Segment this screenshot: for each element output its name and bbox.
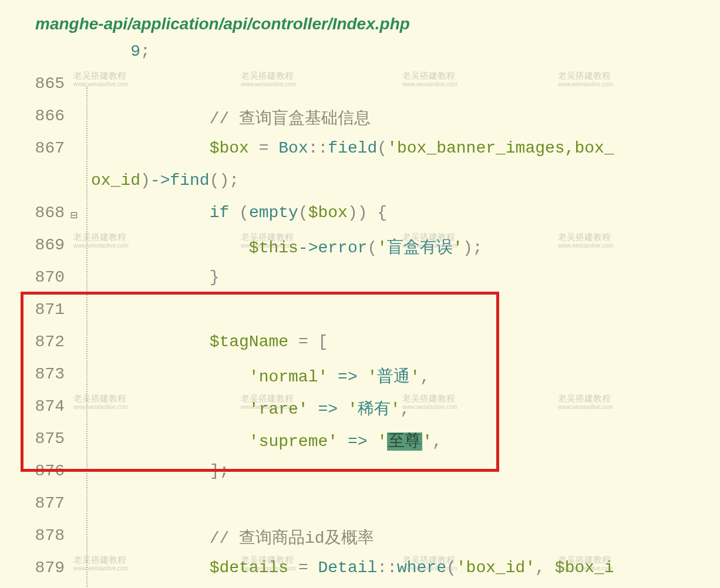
code-editor[interactable]: 9;865866 // 查询盲盒基础信息867 $box = Box::fiel… xyxy=(0,42,720,588)
code-content[interactable]: 9; xyxy=(85,42,150,60)
code-line[interactable]: 9; xyxy=(29,42,720,75)
line-number: 868 xyxy=(29,204,70,222)
code-content[interactable]: if (empty($box)) { xyxy=(85,204,387,222)
code-content[interactable]: 'normal' => '普通', xyxy=(85,365,430,387)
code-content[interactable]: // 查询盲盒基础信息 xyxy=(85,107,371,129)
line-number: 876 xyxy=(29,462,70,480)
line-number: 873 xyxy=(29,365,70,383)
code-line[interactable]: 873 'normal' => '普通', xyxy=(29,365,720,397)
code-line[interactable]: 867 $box = Box::field('box_banner_images… xyxy=(29,139,720,171)
line-number: 878 xyxy=(29,526,70,545)
line-number: 865 xyxy=(29,75,70,93)
code-content[interactable]: 'rare' => '稀有', xyxy=(85,397,410,420)
line-number: 871 xyxy=(29,300,70,319)
code-line[interactable]: 875 'supreme' => '至尊', xyxy=(29,430,720,462)
line-number: 867 xyxy=(29,139,70,157)
line-number: 877 xyxy=(29,494,70,512)
code-line[interactable]: 874 'rare' => '稀有', xyxy=(29,397,720,430)
code-line[interactable]: 877 xyxy=(29,494,720,526)
code-line[interactable]: 872 $tagName = [ xyxy=(29,333,720,365)
code-line[interactable]: 870 } xyxy=(29,268,720,300)
code-content[interactable]: $tagName = [ xyxy=(85,333,328,351)
code-line[interactable]: 879 $details = Detail::where('box_id', $… xyxy=(29,559,720,588)
code-line[interactable]: 868⊟ if (empty($box)) { xyxy=(29,204,720,236)
code-line[interactable]: ox_id)->find(); xyxy=(29,171,720,204)
code-line[interactable]: 871 xyxy=(29,300,720,333)
code-line[interactable]: 869 $this->error('盲盒有误'); xyxy=(29,236,720,268)
code-content[interactable]: $details = Detail::where('box_id', $box_… xyxy=(85,559,614,577)
file-path-header: manghe-api/application/api/controller/In… xyxy=(0,0,720,42)
code-line[interactable]: 876 ]; xyxy=(29,462,720,494)
code-content[interactable]: $this->error('盲盒有误'); xyxy=(85,236,483,258)
code-line[interactable]: 866 // 查询盲盒基础信息 xyxy=(29,107,720,139)
line-number: 875 xyxy=(29,430,70,448)
code-content[interactable]: 'supreme' => '至尊', xyxy=(85,430,442,452)
fold-gutter[interactable]: ⊟ xyxy=(70,204,85,222)
line-number: 866 xyxy=(29,107,70,125)
line-number: 874 xyxy=(29,397,70,415)
code-content[interactable]: } xyxy=(85,268,219,286)
line-number: 869 xyxy=(29,236,70,254)
code-content[interactable]: $box = Box::field('box_banner_images,box… xyxy=(85,139,614,157)
line-number: 879 xyxy=(29,559,70,577)
code-content[interactable]: // 查询商品id及概率 xyxy=(85,526,374,549)
code-line[interactable]: 878 // 查询商品id及概率 xyxy=(29,526,720,559)
fold-collapse-icon[interactable]: ⊟ xyxy=(70,209,78,222)
line-number: 872 xyxy=(29,333,70,351)
code-line[interactable]: 865 xyxy=(29,75,720,107)
line-number: 870 xyxy=(29,268,70,286)
code-content[interactable]: ]; xyxy=(85,462,229,480)
code-content[interactable]: ox_id)->find(); xyxy=(85,171,239,190)
